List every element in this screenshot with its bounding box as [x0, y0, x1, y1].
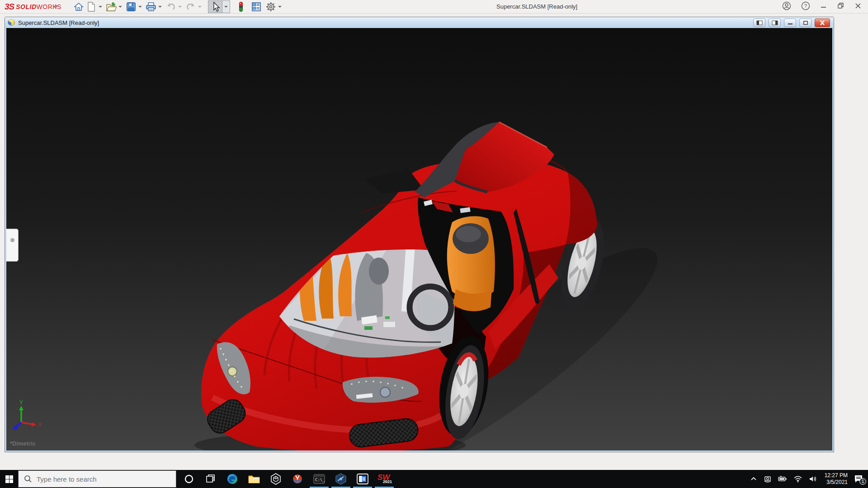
redo-dropdown[interactable] [198, 6, 202, 8]
doc-restore-button[interactable] [799, 19, 811, 27]
taskbar-icon-media-app[interactable] [352, 470, 373, 488]
taskbar-icon-task-view[interactable] [200, 470, 222, 488]
pane-right-button[interactable] [769, 19, 781, 27]
notification-badge: 1 [859, 478, 866, 485]
solidworks-logo-mark: 3S [5, 2, 14, 12]
taskbar: C:\_ SW 2021 [0, 470, 868, 488]
doc-close-button[interactable] [815, 19, 830, 27]
clock-time: 12:27 PM [825, 472, 848, 479]
taskbar-search[interactable] [18, 470, 176, 488]
minimize-window-icon[interactable] [820, 2, 827, 11]
open-dropdown[interactable] [118, 6, 122, 8]
solidworks-logo: 3S SOLIDWORKS [5, 2, 61, 11]
restore-window-icon[interactable] [837, 2, 844, 11]
taskbar-icon-solidworks[interactable]: SW 2021 [373, 470, 395, 488]
svg-text:?: ? [804, 3, 807, 9]
report-icon[interactable] [250, 1, 263, 13]
taskbar-icon-3d-viewer[interactable] [265, 470, 287, 488]
tray-battery-icon[interactable] [778, 476, 787, 482]
account-icon[interactable] [782, 1, 791, 12]
print-icon[interactable] [145, 1, 157, 13]
taskbar-clock[interactable]: 12:27 PM 3/5/2021 [825, 472, 848, 486]
document-titlebar[interactable]: Supercar.SLDASM [Read-only] [5, 17, 834, 28]
3d-viewport[interactable]: Y X *Dimetric [6, 28, 832, 450]
taskbar-icon-cortana[interactable] [178, 470, 200, 488]
search-input[interactable] [37, 475, 159, 483]
svg-text:C:\_: C:\_ [315, 478, 325, 482]
close-window-icon[interactable] [854, 2, 862, 11]
svg-text:Y: Y [19, 399, 23, 406]
taskbar-icon-solidworks-composer[interactable] [330, 470, 352, 488]
select-tool[interactable] [208, 0, 230, 13]
tray-display-icon[interactable] [764, 475, 772, 483]
save-icon[interactable] [125, 1, 137, 13]
document-window: Supercar.SLDASM [Read-only] [5, 17, 834, 452]
settings-dropdown[interactable] [278, 6, 282, 8]
taskbar-icon-snipping-tool[interactable] [287, 470, 308, 488]
pane-left-button[interactable] [753, 19, 765, 27]
assembly-file-icon [7, 19, 15, 27]
undo-icon[interactable] [165, 1, 177, 13]
app-titlebar: 3S SOLIDWORKS [0, 0, 868, 14]
start-button[interactable] [0, 470, 18, 488]
settings-gear-icon[interactable] [264, 1, 277, 13]
new-document-dropdown[interactable] [99, 6, 102, 8]
print-dropdown[interactable] [158, 6, 162, 8]
taskbar-icon-terminal[interactable]: C:\_ [308, 470, 330, 488]
clock-date: 3/5/2021 [825, 479, 848, 486]
open-icon[interactable] [105, 1, 118, 13]
help-icon[interactable]: ? [801, 1, 810, 12]
action-center-icon[interactable]: 1 [854, 474, 863, 483]
document-title: Supercar.SLDASM [Read-only] [18, 19, 99, 26]
logo-expand-arrow[interactable] [55, 4, 58, 9]
car-3d-model: Y X [6, 28, 832, 450]
view-orientation-label: *Dimetric [10, 440, 36, 447]
undo-dropdown[interactable] [178, 6, 182, 8]
orientation-triad: Y X [12, 399, 42, 430]
performance-lights-icon[interactable] [235, 1, 247, 13]
search-icon [24, 475, 32, 483]
select-tool-dropdown[interactable] [222, 1, 230, 13]
screen: 3S SOLIDWORKS [0, 0, 868, 488]
tray-wifi-icon[interactable] [793, 475, 802, 483]
redo-icon[interactable] [184, 1, 197, 13]
save-dropdown[interactable] [138, 6, 142, 8]
new-document-icon[interactable] [85, 1, 98, 13]
home-icon[interactable] [72, 1, 85, 13]
svg-text:X: X [38, 422, 42, 428]
taskbar-icon-edge[interactable] [222, 470, 243, 488]
quick-access-toolbar [72, 1, 284, 13]
tray-volume-icon[interactable] [809, 475, 818, 483]
solidworks-logo-text: SOLIDWORKS [16, 3, 61, 10]
tray-chevron-icon[interactable] [750, 475, 757, 483]
doc-minimize-button[interactable] [784, 19, 796, 27]
app-window-title: Supercar.SLDASM [Read-only] [496, 3, 577, 10]
panel-splitter-handle[interactable] [6, 229, 19, 262]
taskbar-icon-file-explorer[interactable] [243, 470, 265, 488]
